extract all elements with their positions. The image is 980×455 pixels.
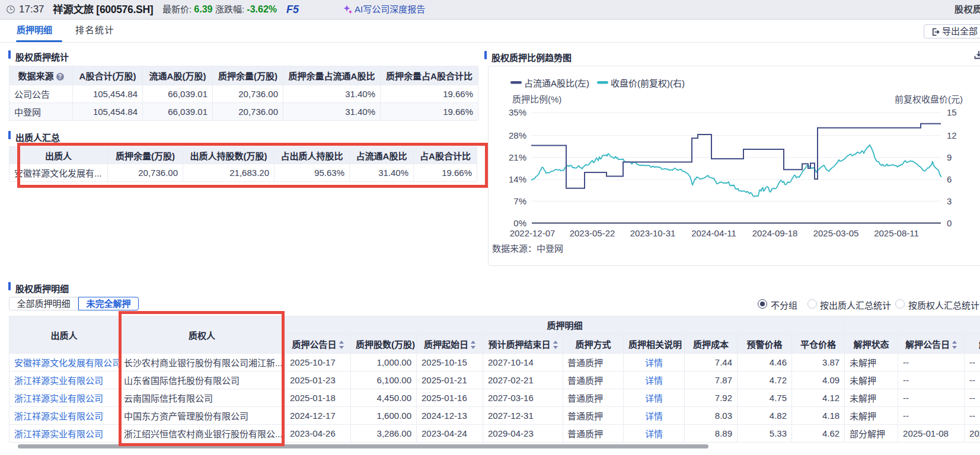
svg-text:0%: 0% [513,218,526,228]
svg-text:9: 9 [947,152,952,162]
svg-text:2023-05-22: 2023-05-22 [570,228,615,238]
svg-text:2023-10-31: 2023-10-31 [630,228,676,238]
svg-text:6: 6 [947,174,952,184]
svg-text:7%: 7% [513,196,526,206]
svg-text:12: 12 [947,130,957,140]
svg-text:2024-04-11: 2024-04-11 [691,228,736,238]
svg-text:2022-12-07: 2022-12-07 [510,228,556,238]
svg-text:2024-09-18: 2024-09-18 [752,228,798,238]
svg-text:收盘价(前复权)(右): 收盘价(前复权)(右) [611,78,685,88]
svg-text:3: 3 [947,196,952,206]
svg-text:35%: 35% [509,107,526,117]
svg-text:14%: 14% [509,174,526,184]
svg-text:数据来源：中登网: 数据来源：中登网 [492,243,563,254]
svg-text:前复权收盘价(元): 前复权收盘价(元) [895,94,963,104]
svg-text:占流通A股比(左): 占流通A股比(左) [524,78,589,88]
svg-text:21%: 21% [509,152,526,162]
svg-text:2025-03-05: 2025-03-05 [813,228,859,238]
svg-text:28%: 28% [509,130,526,140]
svg-text:质押比例(%): 质押比例(%) [512,94,561,104]
svg-text:2025-08-11: 2025-08-11 [874,228,919,238]
svg-text:15: 15 [947,107,957,117]
svg-text:0: 0 [947,218,952,228]
